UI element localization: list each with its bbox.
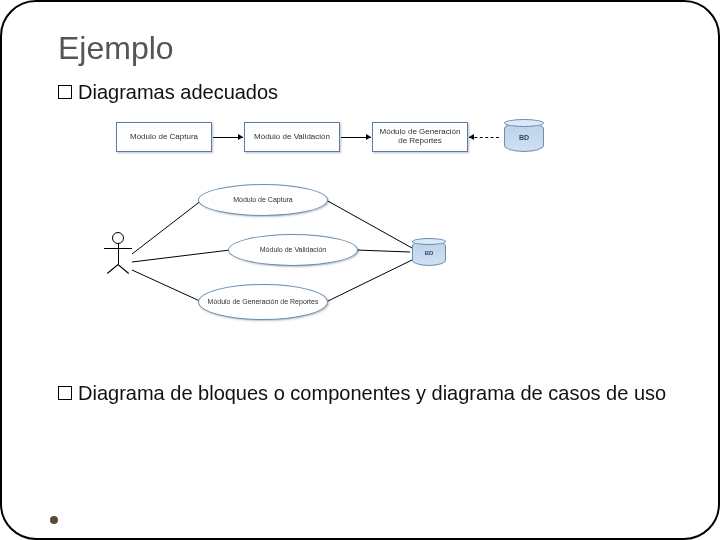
flow-box-captura: Módulo de Captura bbox=[116, 122, 212, 152]
decorative-dot-icon bbox=[50, 516, 58, 524]
svg-line-4 bbox=[356, 250, 410, 252]
usecase-database-icon: BD bbox=[412, 240, 446, 266]
svg-line-1 bbox=[132, 250, 230, 262]
bullet-1-text: Diagramas adecuados bbox=[78, 81, 278, 104]
bullet-2-text: Diagrama de bloques o componentes y diag… bbox=[78, 382, 666, 405]
db-label: BD bbox=[519, 134, 529, 141]
slide-frame: Ejemplo Diagramas adecuados Módulo de Ca… bbox=[0, 0, 720, 540]
block-diagram: Módulo de Captura Módulo de Validación M… bbox=[116, 122, 544, 152]
usecase-reportes: Módulo de Generación de Reportes bbox=[198, 284, 328, 320]
arrow-right-icon bbox=[341, 137, 371, 138]
arrow-right-icon bbox=[213, 137, 243, 138]
bullet-box-icon bbox=[58, 386, 72, 400]
bullet-box-icon bbox=[58, 85, 72, 99]
bullet-2: Diagrama de bloques o componentes y diag… bbox=[58, 382, 678, 405]
arrow-left-dashed-icon bbox=[469, 137, 499, 138]
svg-line-5 bbox=[326, 260, 412, 302]
flow-box-reportes: Módulo de Generación de Reportes bbox=[372, 122, 468, 152]
use-case-diagram: Módulo de Captura Módulo de Validación M… bbox=[98, 184, 478, 354]
actor-icon bbox=[98, 232, 138, 302]
usecase-captura: Módulo de Captura bbox=[198, 184, 328, 216]
diagram-area: Módulo de Captura Módulo de Validación M… bbox=[58, 114, 658, 374]
usecase-validacion: Módulo de Validación bbox=[228, 234, 358, 266]
flow-box-validacion: Módulo de Validación bbox=[244, 122, 340, 152]
bullet-1: Diagramas adecuados bbox=[58, 81, 678, 104]
slide-title: Ejemplo bbox=[58, 30, 678, 67]
svg-line-2 bbox=[132, 270, 202, 302]
database-icon: BD bbox=[504, 122, 544, 152]
usecase-db-label: BD bbox=[425, 250, 434, 256]
svg-line-0 bbox=[132, 200, 202, 254]
